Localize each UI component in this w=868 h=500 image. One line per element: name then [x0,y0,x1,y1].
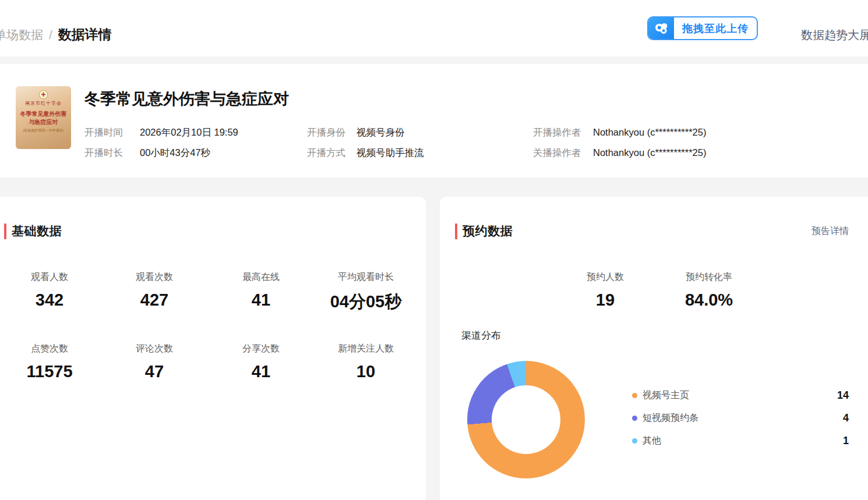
legend-value: 1 [843,435,849,447]
metric-avg-watch-time: 平均观看时长 04分05秒 [310,271,421,314]
thumbnail-title-line2: 与急症应对 [16,118,71,126]
metric-new-followers: 新增关注人数 10 [310,343,421,381]
info-value: 视频号助手推流 [357,147,424,159]
info-label: 开播方式 [307,147,344,159]
info-row-duration: 开播时长 00小时43分47秒 [84,143,238,163]
drag-upload-label: 拖拽至此上传 [674,17,757,39]
basic-data-header: 基础数据 [4,223,62,239]
info-row-start-operator: 开播操作者 Nothankyou (c**********25) [533,122,706,143]
metric-viewers: 观看人数 342 [0,271,105,310]
basic-data-card: 基础数据 观看人数 342 观看次数 427 最高在线 41 平均观看时长 04… [0,197,426,500]
drag-upload-button[interactable]: 拖拽至此上传 [647,16,758,40]
legend-dot-icon [632,438,637,444]
red-cross-icon: ✚ [39,90,48,99]
legend-item[interactable]: 其他 1 [632,435,849,447]
reservation-header: 预约数据 [455,223,513,239]
legend-label: 其他 [643,435,843,447]
info-value: Nothankyou (c**********25) [593,147,706,158]
thumbnail-org-text: 南京市红十字会 [16,100,71,107]
legend-dot-icon [632,393,637,398]
legend-value: 14 [837,389,849,402]
donut-hole [492,385,560,454]
info-value: 00小时43分47秒 [140,147,210,159]
info-value: Nothankyou (c**********25) [593,127,706,138]
metric-conversion-rate: 预约转化率 84.0% [654,271,764,310]
page-title: 数据详情 [58,27,112,42]
breadcrumb-parent[interactable]: 单场数据 [0,28,43,41]
metric-label: 最高在线 [206,271,316,283]
live-cover-thumbnail: ✚ 南京市红十字会 冬季常见意外伤害 与急症应对 (应急救护培训—空中课堂) [16,86,71,149]
metric-label: 点赞次数 [0,343,105,355]
netdisk-cloud-icon [648,17,674,39]
metric-label: 新增关注人数 [310,343,421,355]
legend-item[interactable]: 短视频预约条 4 [632,412,849,424]
metric-value: 19 [550,290,661,310]
info-value: 视频号身份 [357,126,405,139]
metric-value: 342 [0,290,105,310]
info-column-operator: 开播操作者 Nothankyou (c**********25) 关播操作者 N… [533,122,706,163]
metric-value: 47 [99,362,210,381]
preview-detail-link[interactable]: 预告详情 [811,225,849,237]
legend-value: 4 [843,412,849,424]
metric-label: 预约人数 [550,271,661,283]
info-label: 开播操作者 [533,126,581,139]
metric-label: 评论次数 [99,343,210,355]
reservation-title: 预约数据 [463,223,513,239]
info-row-stream-method: 开播方式 视频号助手推流 [307,143,424,163]
metric-label: 观看次数 [99,271,210,283]
info-label: 开播时间 [84,126,128,139]
info-row-end-operator: 关播操作者 Nothankyou (c**********25) [533,143,706,163]
metric-comments: 评论次数 47 [99,343,210,381]
reservation-data-card: 预约数据 预告详情 预约人数 19 预约转化率 84.0% 渠道分布 视频号主页… [440,197,868,500]
metric-value: 427 [99,290,210,310]
data-trend-screen-link[interactable]: 数据趋势大屏 [801,27,868,43]
metric-label: 观看人数 [0,271,105,283]
legend-item[interactable]: 视频号主页 14 [632,389,849,402]
live-title: 冬季常见意外伤害与急症应对 [84,88,289,109]
metric-likes: 点赞次数 11575 [0,343,105,381]
info-value: 2026年02月10日 19:59 [140,126,238,139]
legend-label: 短视频预约条 [643,412,843,424]
breadcrumb: 单场数据/数据详情 [0,26,112,44]
channel-donut-chart[interactable] [467,361,585,478]
accent-bar [455,224,457,239]
metric-shares: 分享次数 41 [206,343,316,381]
legend-dot-icon [632,416,637,421]
thumbnail-title-line1: 冬季常见意外伤害 [16,110,71,118]
channel-legend: 视频号主页 14 短视频预约条 4 其他 1 [632,389,849,447]
metric-peak-online: 最高在线 41 [206,271,316,310]
metric-label: 分享次数 [206,343,316,355]
info-row-start-time: 开播时间 2026年02月10日 19:59 [84,122,238,143]
metric-value: 10 [310,362,421,381]
breadcrumb-separator: / [49,28,52,41]
legend-label: 视频号主页 [643,389,837,402]
metric-label: 预约转化率 [654,271,764,283]
live-session-header-card: ✚ 南京市红十字会 冬季常见意外伤害 与急症应对 (应急救护培训—空中课堂) 冬… [0,64,868,178]
info-column-time: 开播时间 2026年02月10日 19:59 开播时长 00小时43分47秒 [84,122,238,163]
top-bar: 单场数据/数据详情 拖拽至此上传 数据趋势大屏 [0,0,868,56]
accent-bar [4,224,6,239]
info-row-identity: 开播身份 视频号身份 [307,122,424,143]
metric-views: 观看次数 427 [99,271,210,310]
channel-distribution-title: 渠道分布 [461,329,501,342]
metric-value: 84.0% [654,290,764,310]
basic-data-title: 基础数据 [12,223,62,239]
metric-value: 41 [206,290,316,310]
metric-reservations: 预约人数 19 [550,271,661,310]
page: 单场数据/数据详情 拖拽至此上传 数据趋势大屏 ✚ 南京市红十 [0,0,868,500]
info-label: 开播时长 [84,147,128,159]
metric-value: 41 [206,362,316,381]
metric-value: 04分05秒 [310,290,421,314]
metric-value: 11575 [0,362,105,381]
metric-label: 平均观看时长 [310,271,421,283]
info-label: 关播操作者 [533,147,581,159]
info-column-mode: 开播身份 视频号身份 开播方式 视频号助手推流 [307,122,424,163]
thumbnail-subtitle: (应急救护培训—空中课堂) [16,128,71,133]
info-label: 开播身份 [307,126,344,139]
